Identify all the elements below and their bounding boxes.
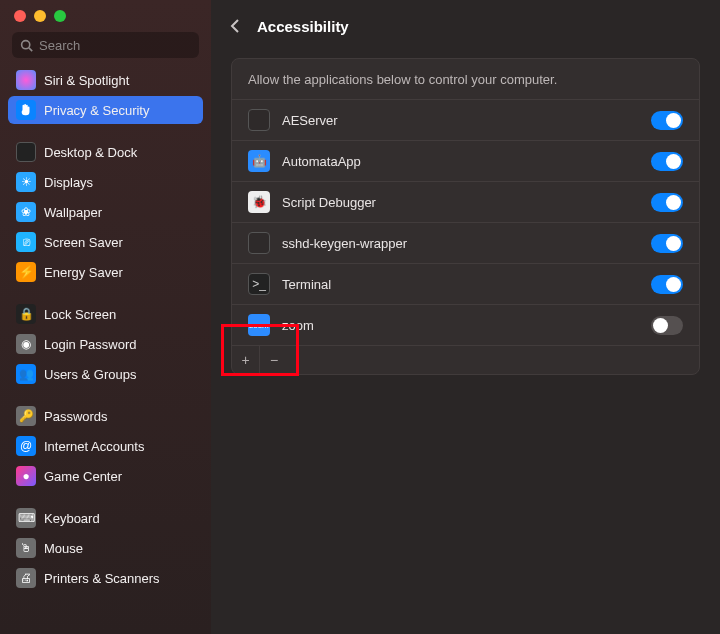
- sidebar-item-label: Game Center: [44, 469, 122, 484]
- sidebar-item-label: Desktop & Dock: [44, 145, 137, 160]
- sidebar-item-desktop[interactable]: Desktop & Dock: [8, 138, 203, 166]
- mouse-icon: 🖱: [16, 538, 36, 558]
- app-name: AutomataApp: [282, 154, 639, 169]
- sidebar-item-siri[interactable]: Siri & Spotlight: [8, 66, 203, 94]
- main-header: Accessibility: [211, 0, 720, 50]
- siri-icon: [16, 70, 36, 90]
- sidebar-item-label: Siri & Spotlight: [44, 73, 129, 88]
- sidebar-item-gamecenter[interactable]: ● Game Center: [8, 462, 203, 490]
- sidebar-item-label: Energy Saver: [44, 265, 123, 280]
- app-row[interactable]: 🤖 AutomataApp: [232, 140, 699, 181]
- app-terminal-icon: >_: [248, 273, 270, 295]
- screensaver-icon: ⎚: [16, 232, 36, 252]
- app-row[interactable]: sshd-keygen-wrapper: [232, 222, 699, 263]
- toggle-scriptdebugger[interactable]: [651, 193, 683, 212]
- app-generic-icon: [248, 109, 270, 131]
- battery-icon: ⚡: [16, 262, 36, 282]
- app-row[interactable]: >_ Terminal: [232, 263, 699, 304]
- chevron-left-icon: [230, 18, 240, 34]
- sidebar-item-label: Screen Saver: [44, 235, 123, 250]
- toggle-sshd[interactable]: [651, 234, 683, 253]
- panel-footer: + −: [232, 345, 699, 374]
- app-generic-icon: [248, 232, 270, 254]
- back-button[interactable]: [227, 14, 243, 38]
- search-placeholder: Search: [39, 38, 80, 53]
- sidebar-item-label: Mouse: [44, 541, 83, 556]
- sidebar-item-screensaver[interactable]: ⎚ Screen Saver: [8, 228, 203, 256]
- minimize-icon[interactable]: [34, 10, 46, 22]
- app-zoom-icon: zoom: [248, 314, 270, 336]
- sidebar-item-passwords[interactable]: 🔑 Passwords: [8, 402, 203, 430]
- users-icon: 👥: [16, 364, 36, 384]
- sidebar-item-label: Printers & Scanners: [44, 571, 160, 586]
- toggle-terminal[interactable]: [651, 275, 683, 294]
- toggle-zoom[interactable]: [651, 316, 683, 335]
- app-name: Terminal: [282, 277, 639, 292]
- zoom-icon[interactable]: [54, 10, 66, 22]
- svg-point-0: [22, 40, 30, 48]
- add-button[interactable]: +: [232, 346, 260, 374]
- sidebar: Search Siri & Spotlight Privacy & Securi…: [0, 0, 211, 634]
- keyboard-icon: ⌨: [16, 508, 36, 528]
- app-name: zoom: [282, 318, 639, 333]
- sidebar-item-wallpaper[interactable]: ❀ Wallpaper: [8, 198, 203, 226]
- sidebar-item-label: Lock Screen: [44, 307, 116, 322]
- panel-description: Allow the applications below to control …: [232, 59, 699, 99]
- app-name: sshd-keygen-wrapper: [282, 236, 639, 251]
- sidebar-item-keyboard[interactable]: ⌨ Keyboard: [8, 504, 203, 532]
- main-pane: Accessibility Allow the applications bel…: [211, 0, 720, 634]
- printer-icon: 🖨: [16, 568, 36, 588]
- sidebar-item-users[interactable]: 👥 Users & Groups: [8, 360, 203, 388]
- sidebar-item-printers[interactable]: 🖨 Printers & Scanners: [8, 564, 203, 592]
- wallpaper-icon: ❀: [16, 202, 36, 222]
- sidebar-item-label: Internet Accounts: [44, 439, 144, 454]
- dock-icon: [16, 142, 36, 162]
- sidebar-item-energy[interactable]: ⚡ Energy Saver: [8, 258, 203, 286]
- search-input[interactable]: Search: [12, 32, 199, 58]
- app-scriptdebugger-icon: 🐞: [248, 191, 270, 213]
- key-icon: 🔑: [16, 406, 36, 426]
- toggle-aeserver[interactable]: [651, 111, 683, 130]
- gamecenter-icon: ●: [16, 466, 36, 486]
- search-icon: [20, 39, 33, 52]
- remove-button[interactable]: −: [260, 346, 288, 374]
- fingerprint-icon: ◉: [16, 334, 36, 354]
- sidebar-item-label: Displays: [44, 175, 93, 190]
- sidebar-item-label: Privacy & Security: [44, 103, 149, 118]
- sidebar-item-loginpassword[interactable]: ◉ Login Password: [8, 330, 203, 358]
- sidebar-list: Siri & Spotlight Privacy & Security Desk…: [0, 66, 211, 634]
- app-row[interactable]: zoom zoom: [232, 304, 699, 345]
- app-name: Script Debugger: [282, 195, 639, 210]
- display-icon: ☀: [16, 172, 36, 192]
- close-icon[interactable]: [14, 10, 26, 22]
- sidebar-item-label: Passwords: [44, 409, 108, 424]
- app-automata-icon: 🤖: [248, 150, 270, 172]
- app-row[interactable]: 🐞 Script Debugger: [232, 181, 699, 222]
- page-title: Accessibility: [257, 18, 349, 35]
- app-name: AEServer: [282, 113, 639, 128]
- svg-line-1: [29, 47, 32, 50]
- sidebar-item-mouse[interactable]: 🖱 Mouse: [8, 534, 203, 562]
- at-icon: @: [16, 436, 36, 456]
- window-controls: [0, 0, 211, 28]
- toggle-automataapp[interactable]: [651, 152, 683, 171]
- sidebar-item-label: Users & Groups: [44, 367, 136, 382]
- sidebar-item-internet[interactable]: @ Internet Accounts: [8, 432, 203, 460]
- app-row[interactable]: AEServer: [232, 99, 699, 140]
- sidebar-item-displays[interactable]: ☀ Displays: [8, 168, 203, 196]
- sidebar-item-privacy[interactable]: Privacy & Security: [8, 96, 203, 124]
- hand-icon: [16, 100, 36, 120]
- lock-icon: 🔒: [16, 304, 36, 324]
- sidebar-item-label: Wallpaper: [44, 205, 102, 220]
- sidebar-item-lockscreen[interactable]: 🔒 Lock Screen: [8, 300, 203, 328]
- sidebar-item-label: Keyboard: [44, 511, 100, 526]
- app-list-panel: Allow the applications below to control …: [231, 58, 700, 375]
- sidebar-item-label: Login Password: [44, 337, 137, 352]
